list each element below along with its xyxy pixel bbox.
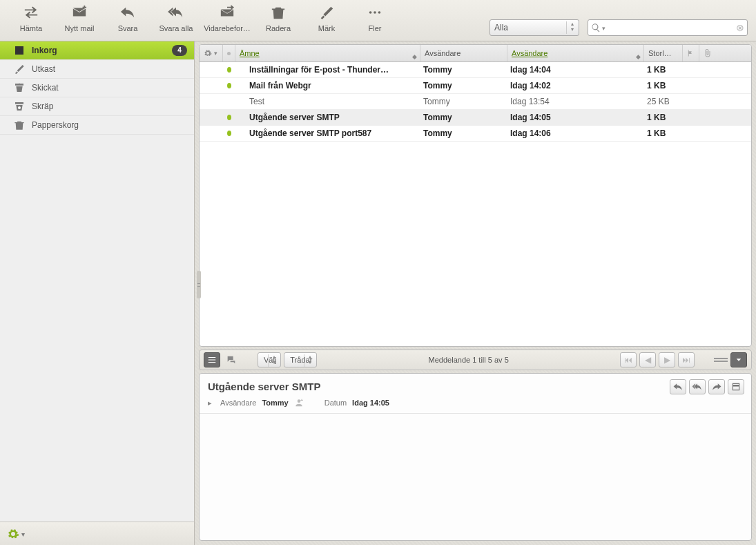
mark-button[interactable]: Märk <box>302 3 351 32</box>
main-area: Inkorg4UtkastSkickatSkräpPapperskorg ▾ Ä… <box>0 41 756 545</box>
stepper-icon <box>304 354 315 367</box>
message-list-panel: ▾ Ämne Avsändare Avsändare Storl… <box>199 44 752 347</box>
preview-subject: Utgående server SMTP <box>208 381 743 392</box>
cell-date: Idag 14:05 <box>506 113 643 122</box>
cell-subject: Utgående server SMTP <box>245 113 419 122</box>
thread-toggle-button[interactable] <box>223 352 240 367</box>
gear-icon <box>204 49 212 57</box>
attachment-icon <box>704 49 712 57</box>
threads-menu[interactable]: Trådar <box>284 352 317 367</box>
cell-from: Tommy <box>419 65 506 75</box>
cell-date: Idag 14:06 <box>506 128 643 138</box>
flag-column-head[interactable] <box>683 45 699 61</box>
search-box[interactable]: ⊗ <box>588 19 748 36</box>
compose-button[interactable]: Nytt mail <box>55 3 104 32</box>
more-button[interactable]: Fler <box>351 3 399 32</box>
toggle-preview-button[interactable] <box>730 352 747 367</box>
message-row[interactable]: Utgående server SMTPTommyIdag 14:051 KB <box>200 110 751 126</box>
get-mail-button[interactable]: Hämta <box>7 3 55 32</box>
svg-point-0 <box>369 11 372 14</box>
date-column-head[interactable]: Avsändare <box>507 45 644 61</box>
cell-size: 1 KB <box>643 65 681 75</box>
list-layout-button[interactable] <box>204 352 220 367</box>
cell-from: Tommy <box>419 128 506 138</box>
cell-size: 25 KB <box>643 97 681 106</box>
clear-icon[interactable]: ⊗ <box>736 22 744 33</box>
sidebar-footer <box>0 522 194 545</box>
filter-value: Alla <box>494 23 508 32</box>
splitter-handle[interactable] <box>197 271 201 298</box>
toolbar-label: Radera <box>266 24 291 32</box>
trash-icon <box>254 3 302 22</box>
reply-all-button[interactable]: Svara alla <box>152 3 200 32</box>
message-row[interactable]: Mail från WebgrTommyIdag 14:021 KB <box>200 78 751 94</box>
cell-subject: Test <box>245 97 419 106</box>
mark-icon <box>302 3 351 22</box>
reply-button[interactable]: Svara <box>104 3 152 32</box>
from-label: Avsändare <box>220 399 256 407</box>
preview-header: Utgående server SMTP Avsändare Tommy Dat… <box>200 374 751 414</box>
unread-dot <box>223 115 235 120</box>
stepper-icon <box>268 354 279 367</box>
unread-badge: 4 <box>172 45 187 56</box>
folder-label: Skräp <box>32 102 187 111</box>
delete-button[interactable]: Radera <box>254 3 302 32</box>
cell-subject: Inställningar för E-post - Thunder… <box>245 65 419 75</box>
chevron-down-icon <box>602 23 608 32</box>
toolbar-label: Nytt mail <box>65 24 95 32</box>
select-menu[interactable]: Välj <box>258 352 281 367</box>
folder-inbox[interactable]: Inkorg4 <box>0 41 194 60</box>
unread-dot <box>223 83 235 88</box>
toolbar-label: Svara <box>118 24 138 32</box>
status-column-head[interactable] <box>223 45 235 61</box>
filter-select[interactable]: Alla <box>490 19 579 36</box>
message-row[interactable]: Inställningar för E-post - Thunder…Tommy… <box>200 62 751 78</box>
thread-icon <box>226 354 237 365</box>
inbox-icon <box>14 45 25 56</box>
sidebar: Inkorg4UtkastSkickatSkräpPapperskorg <box>0 41 195 545</box>
expand-header-toggle[interactable] <box>208 399 215 408</box>
attachment-column-head[interactable] <box>699 45 716 61</box>
compose-icon <box>55 3 104 22</box>
preview-reply-button[interactable] <box>670 379 686 394</box>
search-input[interactable] <box>608 23 736 32</box>
folder-drafts[interactable]: Utkast <box>0 60 194 79</box>
preview-forward-button[interactable] <box>708 379 725 394</box>
folder-trash[interactable]: Papperskorg <box>0 116 194 135</box>
forward-icon <box>200 3 254 22</box>
add-contact-icon[interactable] <box>294 398 304 408</box>
folder-label: Skickat <box>32 83 187 93</box>
from-value: Tommy <box>262 399 288 407</box>
gear-icon <box>7 528 19 540</box>
drag-handle-icon[interactable] <box>714 358 728 362</box>
cell-size: 1 KB <box>643 81 681 90</box>
folder-list: Inkorg4UtkastSkickatSkräpPapperskorg <box>0 41 194 522</box>
folder-sent[interactable]: Skickat <box>0 79 194 97</box>
cell-from: Tommy <box>419 113 506 122</box>
message-row[interactable]: TestTommyIdag 13:5425 KB <box>200 94 751 110</box>
next-page-button[interactable]: ▶ <box>659 352 675 367</box>
cell-size: 1 KB <box>643 128 681 138</box>
unread-dot <box>223 67 235 73</box>
last-page-button[interactable]: ⏭ <box>678 352 695 367</box>
toolbar-label: Märk <box>318 24 335 32</box>
prev-page-button[interactable]: ◀ <box>639 352 656 367</box>
cell-date: Idag 13:54 <box>506 97 643 106</box>
first-page-button[interactable]: ⏮ <box>620 352 637 367</box>
preview-popout-button[interactable] <box>728 379 744 394</box>
message-row[interactable]: Utgående server SMTP port587TommyIdag 14… <box>200 126 751 142</box>
subject-column-head[interactable]: Ämne <box>235 45 420 61</box>
list-status-text: Meddelande 1 till 5 av 5 <box>320 356 617 364</box>
preview-reply-all-button[interactable] <box>689 379 706 394</box>
unread-dot <box>223 131 235 136</box>
pencil-icon <box>14 64 25 75</box>
from-column-head[interactable]: Avsändare <box>420 45 507 61</box>
svg-point-3 <box>18 106 21 109</box>
column-config-button[interactable]: ▾ <box>200 45 223 61</box>
forward-button[interactable]: Vidarebefor… <box>200 3 254 32</box>
size-column-head[interactable]: Storl… <box>644 45 683 61</box>
cell-date: Idag 14:02 <box>506 81 643 90</box>
folder-junk[interactable]: Skräp <box>0 97 194 116</box>
trash-icon <box>14 119 25 131</box>
settings-button[interactable] <box>7 528 25 540</box>
